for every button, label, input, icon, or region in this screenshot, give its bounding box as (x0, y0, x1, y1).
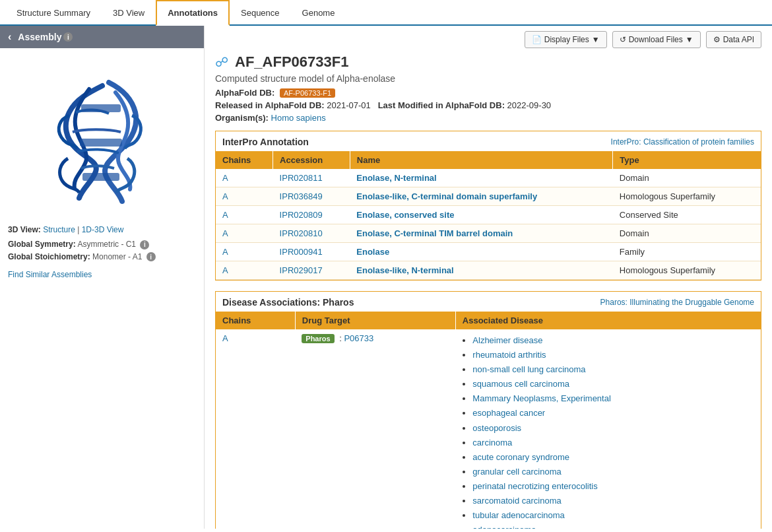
interpro-header-row: InterPro Annotation InterPro: Classifica… (216, 131, 761, 151)
tab-annotations[interactable]: Annotations (156, 0, 230, 26)
find-similar-link[interactable]: Find Similar Assemblies (8, 270, 92, 279)
disease-link[interactable]: tubular adenocarcinoma (472, 510, 564, 520)
sidebar-body: 3D View: Structure | 1D-3D View Global S… (0, 48, 204, 529)
disease-col-associated-disease: Associated Disease (455, 312, 761, 329)
protein-title-area: ☍ AF_AFP06733F1 Computed structure model… (215, 53, 761, 123)
cell-chains: A (216, 329, 295, 529)
drug-target-link[interactable]: P06733 (344, 333, 373, 343)
chain-link[interactable]: A (222, 265, 228, 275)
symmetry-info-icon[interactable]: i (140, 240, 149, 249)
cell-accession: IPR000941 (273, 243, 350, 261)
cell-name: Enolase-like, N-terminal (350, 261, 613, 280)
accession-link[interactable]: IPR000941 (280, 247, 323, 257)
cell-type: Domain (613, 169, 761, 187)
name-link[interactable]: Enolase, N-terminal (356, 173, 436, 183)
list-item: adenocarcinoma (472, 523, 754, 529)
display-files-label: Display Files (544, 35, 589, 44)
disease-link[interactable]: granular cell carcinoma (472, 467, 561, 477)
name-link[interactable]: Enolase, C-terminal TIM barrel domain (356, 228, 513, 238)
chain-link[interactable]: A (222, 333, 228, 343)
disease-link[interactable]: rheumatoid arthritis (472, 350, 546, 360)
name-link[interactable]: Enolase (356, 247, 389, 257)
main-layout: ‹ Assembly i (0, 26, 772, 529)
accession-link[interactable]: IPR020810 (280, 228, 323, 238)
disease-link[interactable]: adenocarcinoma (472, 525, 536, 529)
display-files-button[interactable]: 📄 Display Files ▼ (525, 31, 607, 48)
chain-link[interactable]: A (222, 173, 228, 183)
chain-link[interactable]: A (222, 210, 228, 220)
svg-rect-2 (82, 173, 119, 181)
interpro-link[interactable]: InterPro: Classification of protein fami… (611, 137, 754, 147)
disease-link[interactable]: acute coronary syndrome (472, 452, 569, 462)
disease-link[interactable]: non-small cell lung carcinoma (472, 364, 585, 374)
pharos-badge[interactable]: Pharos (302, 334, 334, 343)
data-api-button[interactable]: ⚙ Data API (706, 31, 761, 48)
tab-3d-view[interactable]: 3D View (102, 1, 156, 25)
cell-chains: A (216, 243, 273, 261)
download-files-button[interactable]: ↺ Download Files ▼ (612, 31, 701, 48)
disease-link[interactable]: esophageal cancer (472, 408, 545, 418)
disease-col-chains: Chains (216, 312, 295, 329)
chain-link[interactable]: A (222, 247, 228, 257)
stoichiometry-info-icon[interactable]: i (146, 252, 156, 261)
cell-name: Enolase, conserved site (350, 206, 613, 224)
list-item: esophageal cancer (472, 406, 754, 420)
back-arrow-icon[interactable]: ‹ (8, 31, 11, 43)
data-api-gear-icon: ⚙ (713, 35, 721, 44)
download-files-label: Download Files (629, 35, 683, 44)
table-row: A IPR020809 Enolase, conserved site Cons… (216, 206, 761, 224)
cell-accession: IPR036849 (273, 187, 350, 206)
disease-link[interactable]: Mammary Neoplasms, Experimental (472, 393, 611, 403)
tab-structure-summary[interactable]: Structure Summary (5, 1, 102, 25)
protein-subtitle: Computed structure model of Alpha-enolas… (215, 73, 761, 84)
interpro-section: InterPro Annotation InterPro: Classifica… (215, 131, 761, 281)
accession-link[interactable]: IPR029017 (280, 265, 323, 275)
svg-rect-0 (81, 104, 121, 112)
cell-drug-target: Pharos : P06733 (295, 329, 455, 529)
sidebar-links: 3D View: Structure | 1D-3D View Global S… (8, 225, 196, 261)
protein-id-row: ☍ AF_AFP06733F1 (215, 53, 761, 71)
protein-id: AF_AFP06733F1 (235, 53, 348, 71)
accession-link[interactable]: IPR020811 (280, 173, 323, 183)
col-type: Type (613, 151, 761, 169)
disease-title: Disease Associations: Pharos (222, 297, 354, 308)
table-row: A IPR020811 Enolase, N-terminal Domain (216, 169, 761, 187)
disease-link[interactable]: carcinoma (472, 438, 512, 448)
assembly-info-icon[interactable]: i (63, 32, 73, 42)
cell-name: Enolase (350, 243, 613, 261)
cell-chains: A (216, 224, 273, 243)
disease-link[interactable]: Alzheimer disease (472, 335, 542, 345)
list-item: perinatal necrotizing enterocolitis (472, 479, 754, 494)
stoichiometry-label: Global Stoichiometry: (8, 252, 90, 261)
list-item: squamous cell carcinoma (472, 377, 754, 391)
accession-link[interactable]: IPR036849 (280, 191, 323, 201)
structure-link[interactable]: Structure (43, 225, 75, 234)
cell-name: Enolase, C-terminal TIM barrel domain (350, 224, 613, 243)
released-label: Released in AlphaFold DB: (215, 100, 325, 110)
disease-link[interactable]: osteoporosis (472, 423, 521, 433)
disease-link[interactable]: squamous cell carcinoma (472, 379, 569, 389)
disease-link[interactable]: sarcomatoid carcinoma (472, 496, 561, 506)
chain-link[interactable]: A (222, 191, 228, 201)
alphafold-db-badge: AF-P06733-F1 (280, 88, 335, 98)
list-item: Alzheimer disease (472, 333, 754, 348)
last-modified-date: 2022-09-30 (507, 100, 552, 110)
tab-genome[interactable]: Genome (291, 1, 346, 25)
chain-link[interactable]: A (222, 228, 228, 238)
1d3d-link[interactable]: 1D-3D View (82, 225, 124, 234)
disease-header-row: Disease Associations: Pharos Pharos: Ill… (216, 292, 761, 312)
name-link[interactable]: Enolase-like, C-terminal domain superfam… (356, 191, 537, 201)
top-nav: Structure Summary 3D View Annotations Se… (0, 0, 772, 26)
table-row: A IPR000941 Enolase Family (216, 243, 761, 261)
assembly-label: Assembly (18, 32, 61, 42)
tab-sequence[interactable]: Sequence (230, 1, 291, 25)
organism-link[interactable]: Homo sapiens (271, 113, 326, 123)
accession-link[interactable]: IPR020809 (280, 210, 323, 220)
interpro-title: InterPro Annotation (222, 137, 309, 147)
name-link[interactable]: Enolase, conserved site (356, 210, 454, 220)
name-link[interactable]: Enolase-like, N-terminal (356, 265, 453, 275)
col-accession: Accession (273, 151, 350, 169)
disease-link[interactable]: perinatal necrotizing enterocolitis (472, 481, 597, 491)
pharos-link[interactable]: Pharos: Illuminating the Druggable Genom… (600, 298, 754, 307)
list-item: sarcomatoid carcinoma (472, 494, 754, 508)
